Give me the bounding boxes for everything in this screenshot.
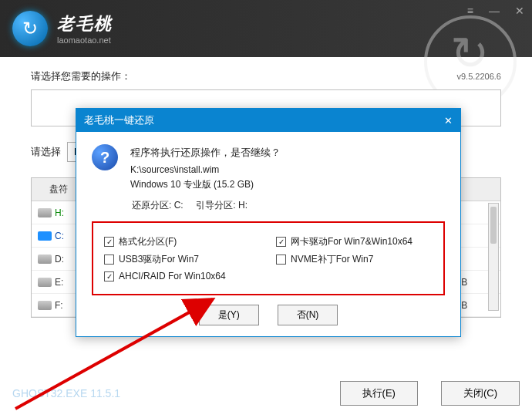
- chk-nvme[interactable]: NVME补丁For Win7: [276, 253, 433, 266]
- options-box: ✓格式化分区(F) ✓网卡驱动For Win7&Win10x64 USB3驱动F…: [92, 221, 445, 295]
- close-button[interactable]: 关闭(C): [441, 381, 520, 406]
- chk-format[interactable]: ✓格式化分区(F): [104, 235, 261, 248]
- version-label: v9.5.2206.6: [457, 72, 502, 81]
- no-button[interactable]: 否(N): [278, 305, 338, 325]
- boot-part: 引导分区: H:: [196, 200, 247, 211]
- drive-icon: [38, 278, 52, 287]
- brand-cn: 老毛桃: [57, 12, 113, 35]
- check-icon: ✓: [276, 237, 286, 247]
- execute-button[interactable]: 执行(E): [340, 381, 418, 406]
- dialog-source: K:\sources\install.wim: [130, 164, 281, 175]
- select-label: 请选择: [31, 145, 61, 159]
- restore-part: 还原分区: C:: [132, 200, 184, 211]
- logo-icon: ↻: [12, 11, 48, 46]
- dialog-title: 老毛桃一键还原: [84, 113, 154, 127]
- footer: GHOST32.EXE 11.5.1 执行(E) 关闭(C): [12, 381, 520, 406]
- check-icon: ✓: [104, 237, 114, 247]
- question-icon: ?: [92, 144, 118, 170]
- yes-button[interactable]: 是(Y): [199, 305, 259, 325]
- op-label: 请选择您需要的操作：: [31, 69, 131, 83]
- drive-icon: [38, 301, 52, 310]
- drive-icon: [38, 255, 52, 264]
- confirm-dialog: 老毛桃一键还原 ✕ ? 程序将执行还原操作，是否继续？ K:\sources\i…: [76, 108, 461, 337]
- drive-icon: [38, 231, 52, 241]
- dialog-close-icon[interactable]: ✕: [444, 115, 453, 126]
- brand: 老毛桃 laomaotao.net: [57, 12, 113, 45]
- check-icon: [104, 255, 114, 265]
- partition-info: 还原分区: C: 引导分区: H:: [132, 199, 445, 212]
- table-scrollbar[interactable]: [488, 203, 499, 311]
- chk-usb3[interactable]: USB3驱动For Win7: [104, 253, 261, 266]
- brand-en: laomaotao.net: [57, 35, 113, 45]
- chk-netdrv[interactable]: ✓网卡驱动For Win7&Win10x64: [276, 235, 433, 248]
- minimize-icon[interactable]: —: [489, 5, 500, 17]
- close-icon[interactable]: ✕: [515, 5, 524, 17]
- dialog-question: 程序将执行还原操作，是否继续？: [130, 144, 281, 161]
- check-icon: [276, 255, 286, 265]
- drive-icon: [38, 208, 52, 217]
- dialog-os: Windows 10 专业版 (15.2 GB): [130, 178, 281, 191]
- dialog-titlebar: 老毛桃一键还原 ✕: [76, 109, 460, 132]
- check-icon: ✓: [104, 271, 114, 281]
- ghost-version: GHOST32.EXE 11.5.1: [12, 387, 120, 399]
- chk-ahci[interactable]: ✓AHCI/RAID For Win10x64: [104, 271, 433, 281]
